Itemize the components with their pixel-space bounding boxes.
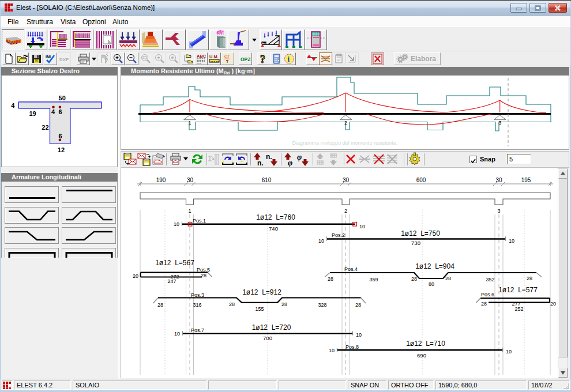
svg-text:n.: n.: [266, 153, 272, 161]
svg-text:1ø12 L=567: 1ø12 L=567: [155, 259, 194, 267]
svg-text:352: 352: [486, 277, 494, 282]
svg-text:80: 80: [429, 281, 434, 287]
svg-text:10: 10: [318, 238, 324, 244]
svg-text:10: 10: [174, 221, 179, 227]
svg-text:190: 190: [156, 177, 166, 183]
svg-text:30: 30: [187, 177, 194, 183]
svg-text:DXF: DXF: [59, 57, 69, 62]
svg-text:1ø12 L=577: 1ø12 L=577: [498, 286, 538, 294]
svg-text:730: 730: [411, 240, 420, 246]
svg-text:30: 30: [343, 177, 350, 183]
svg-text:610: 610: [262, 177, 272, 183]
svg-text:28: 28: [481, 301, 487, 307]
svg-text:316: 316: [193, 302, 201, 308]
svg-text:Pos.2: Pos.2: [332, 232, 345, 238]
svg-text:28: 28: [281, 301, 287, 307]
svg-text:10: 10: [359, 224, 365, 229]
svg-text:28: 28: [355, 302, 361, 308]
svg-text:28: 28: [201, 273, 206, 278]
svg-text:6: 6: [59, 133, 62, 140]
svg-text:28: 28: [411, 276, 417, 282]
svg-text:4: 4: [11, 102, 15, 109]
svg-text:n.: n.: [257, 159, 264, 167]
svg-text:4: 4: [51, 108, 55, 115]
svg-text:ABC: ABC: [197, 54, 206, 59]
svg-text:1ø12 L=720: 1ø12 L=720: [252, 323, 291, 331]
svg-text:?: ?: [260, 54, 265, 65]
svg-text:i: i: [288, 55, 290, 63]
svg-text:Pos.6: Pos.6: [481, 292, 494, 297]
svg-text:1ø12 L=750: 1ø12 L=750: [401, 229, 440, 238]
svg-text:28: 28: [445, 276, 451, 281]
svg-text:20: 20: [550, 301, 556, 307]
svg-text:28: 28: [328, 276, 333, 282]
svg-text:U.M.: U.M.: [209, 54, 219, 59]
svg-text:6: 6: [59, 108, 62, 115]
svg-text:10: 10: [174, 331, 180, 337]
svg-text:Pos.8: Pos.8: [345, 344, 359, 350]
svg-text:10: 10: [329, 348, 335, 353]
svg-text:Pos.1: Pos.1: [193, 218, 206, 224]
svg-text:10: 10: [506, 349, 512, 355]
svg-text:Pos.7: Pos.7: [191, 327, 204, 333]
svg-text:1: 1: [188, 208, 191, 214]
svg-text:328: 328: [318, 302, 326, 308]
svg-text:Diagramma inviluppo del moment: Diagramma inviluppo del momento resisten…: [292, 140, 397, 146]
svg-text:Pos.3: Pos.3: [191, 292, 204, 298]
svg-text:1: 1: [188, 120, 191, 126]
svg-text:12: 12: [58, 146, 65, 153]
svg-text:2: 2: [344, 208, 347, 214]
svg-text:690: 690: [417, 352, 426, 359]
svg-text:600: 600: [416, 177, 426, 183]
svg-text:φ: φ: [288, 159, 292, 167]
svg-text:28: 28: [157, 302, 163, 308]
svg-text:φ: φ: [297, 153, 302, 161]
svg-text:155: 155: [255, 306, 264, 312]
svg-text:1ø12 L=760: 1ø12 L=760: [256, 213, 295, 221]
svg-text:195: 195: [521, 177, 531, 183]
svg-text:3: 3: [498, 120, 501, 126]
svg-text:1ø12 L=710: 1ø12 L=710: [406, 340, 445, 348]
svg-text:740: 740: [269, 225, 278, 232]
svg-text:28: 28: [229, 301, 235, 307]
svg-text:359: 359: [369, 277, 378, 282]
svg-text:10: 10: [509, 238, 514, 244]
svg-text:SL: SL: [224, 54, 231, 61]
svg-text:50: 50: [59, 95, 66, 101]
svg-text:30: 30: [495, 177, 502, 183]
svg-text:1ø12 L=912: 1ø12 L=912: [242, 288, 281, 296]
svg-text:3: 3: [497, 208, 500, 214]
svg-text:10: 10: [356, 332, 362, 338]
svg-text:1ø12 L=904: 1ø12 L=904: [415, 262, 454, 270]
svg-text:700: 700: [263, 335, 272, 341]
svg-text:Pos.5: Pos.5: [197, 267, 210, 273]
svg-text:247: 247: [167, 278, 176, 284]
svg-text:28: 28: [527, 276, 532, 281]
svg-text:20: 20: [133, 273, 138, 279]
svg-text:Pos.4: Pos.4: [344, 266, 358, 272]
svg-text:252: 252: [514, 306, 523, 312]
svg-text:OPZ: OPZ: [241, 56, 250, 62]
svg-text:2: 2: [344, 120, 347, 126]
svg-text:INI: INI: [46, 55, 51, 59]
svg-text:22: 22: [42, 124, 48, 131]
svg-text:19: 19: [29, 110, 36, 117]
